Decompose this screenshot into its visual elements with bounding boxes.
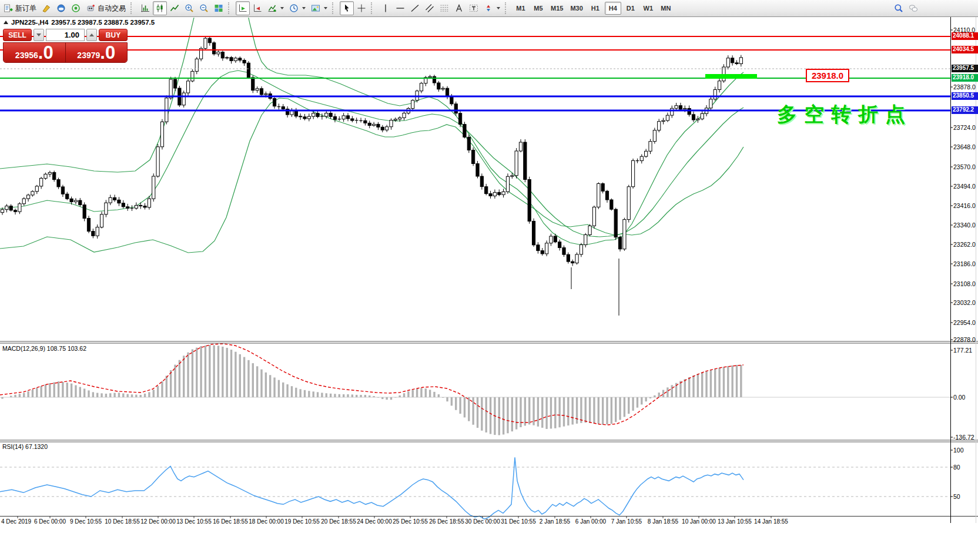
timeframe-button-W1[interactable]: W1 bbox=[640, 2, 657, 15]
buy-button[interactable]: BUY bbox=[99, 29, 128, 41]
buy-price-panel[interactable]: 23979.0 bbox=[66, 43, 128, 62]
new-order-icon bbox=[4, 4, 13, 13]
one-click-trading-panel: SELL 1.00 BUY 23956.0 23979.0 bbox=[3, 29, 128, 63]
symbol-period-label: JPN225-,H4 bbox=[11, 19, 48, 26]
rsi-line bbox=[0, 457, 743, 519]
clock-icon bbox=[289, 4, 299, 13]
macd-histogram bbox=[2, 345, 741, 435]
toolbar: 新订单 自动交易 bbox=[0, 0, 978, 17]
auto-scroll-button[interactable] bbox=[236, 1, 250, 15]
collapse-trade-panel-icon[interactable] bbox=[4, 21, 8, 24]
tile-windows-button[interactable] bbox=[212, 1, 226, 15]
vertical-line-button[interactable] bbox=[379, 1, 393, 15]
horizontal-line-button[interactable] bbox=[393, 1, 407, 15]
timeframe-button-M5[interactable]: M5 bbox=[530, 2, 547, 15]
market-watch-button[interactable] bbox=[54, 1, 68, 15]
sell-price-main: 23956 bbox=[15, 49, 38, 62]
new-order-button[interactable]: 新订单 bbox=[1, 1, 39, 15]
text-a-icon bbox=[454, 4, 464, 13]
zoom-in-icon bbox=[185, 4, 194, 13]
chevron-down-icon bbox=[324, 7, 327, 9]
fib-icon bbox=[440, 4, 449, 13]
rsi-indicator-label: RSI(14) 67.1320 bbox=[2, 443, 48, 450]
price-callout-label[interactable]: 23918.0 bbox=[806, 69, 849, 82]
chart-canvas[interactable] bbox=[0, 0, 978, 560]
equidistant-channel-button[interactable] bbox=[423, 1, 437, 15]
volume-decrease-button[interactable] bbox=[34, 29, 44, 41]
mt4-window: 新订单 自动交易 bbox=[0, 0, 978, 560]
line-chart-button[interactable] bbox=[168, 1, 182, 15]
crosshair-icon bbox=[357, 4, 366, 13]
macd-signal-line bbox=[0, 344, 743, 425]
toolbar-grip bbox=[130, 2, 136, 14]
arrows-button[interactable] bbox=[481, 1, 503, 15]
timeframe-button-MN[interactable]: MN bbox=[658, 2, 674, 15]
horizontal-line-icon bbox=[396, 4, 405, 13]
chat-icon bbox=[909, 4, 918, 13]
indicators-button[interactable] bbox=[265, 1, 286, 15]
toolbar-grip bbox=[371, 2, 376, 14]
macd-indicator-label: MACD(12,26,9) 108.75 103.62 bbox=[2, 345, 86, 352]
trendline-button[interactable] bbox=[408, 1, 422, 15]
periods-button[interactable] bbox=[287, 1, 308, 15]
profile-button[interactable] bbox=[39, 1, 53, 15]
auto-scroll-icon bbox=[238, 4, 247, 13]
chinese-annotation[interactable]: 多空转折点 bbox=[777, 101, 912, 128]
volume-increase-button[interactable] bbox=[86, 29, 97, 41]
candlestick-chart-button[interactable] bbox=[153, 1, 167, 15]
search-icon bbox=[894, 4, 903, 13]
candlestick-chart-icon bbox=[155, 4, 165, 13]
text-label-icon bbox=[469, 4, 478, 13]
zoom-in-button[interactable] bbox=[182, 1, 196, 15]
cursor-icon bbox=[342, 4, 351, 13]
fibonacci-button[interactable] bbox=[437, 1, 451, 15]
toolbar-grip bbox=[228, 2, 233, 14]
zoom-out-button[interactable] bbox=[197, 1, 211, 15]
bar-chart-button[interactable] bbox=[138, 1, 152, 15]
volume-field[interactable]: 1.00 bbox=[46, 29, 85, 41]
cursor-button[interactable] bbox=[340, 1, 354, 15]
timeframe-button-M1[interactable]: M1 bbox=[513, 2, 529, 15]
templates-button[interactable] bbox=[309, 1, 330, 15]
crosshair-button[interactable] bbox=[354, 1, 369, 15]
buy-price-frac: .0 bbox=[100, 44, 115, 62]
signal-icon bbox=[71, 4, 81, 13]
timeframe-button-M30[interactable]: M30 bbox=[567, 2, 585, 15]
highlight-segment[interactable] bbox=[705, 74, 757, 79]
timeframe-button-M15[interactable]: M15 bbox=[548, 2, 566, 15]
channel-icon bbox=[425, 4, 434, 13]
search-button[interactable] bbox=[892, 1, 906, 15]
autotrading-button[interactable]: 自动交易 bbox=[83, 1, 128, 15]
autotrading-label: 自动交易 bbox=[98, 4, 126, 14]
buy-price-main: 23979 bbox=[77, 49, 100, 62]
chart-shift-icon bbox=[253, 4, 262, 13]
tile-windows-icon bbox=[214, 4, 223, 13]
gold-quill-icon bbox=[42, 4, 51, 13]
text-button[interactable] bbox=[452, 1, 466, 15]
sell-price-panel[interactable]: 23956.0 bbox=[4, 43, 66, 62]
toolbar-grip bbox=[332, 2, 337, 14]
timeframe-button-H1[interactable]: H1 bbox=[587, 2, 604, 15]
vertical-line-icon bbox=[381, 4, 390, 13]
line-chart-icon bbox=[170, 4, 179, 13]
timeframe-button-H4[interactable]: H4 bbox=[605, 2, 621, 15]
chart-shift-button[interactable] bbox=[250, 1, 264, 15]
signals-button[interactable] bbox=[69, 1, 83, 15]
template-icon bbox=[311, 4, 320, 13]
robot-icon bbox=[86, 4, 95, 13]
chat-button[interactable] bbox=[906, 1, 920, 15]
chart-title: JPN225-,H4 23957.5 23987.5 23887.5 23957… bbox=[4, 19, 155, 26]
arrow-down-icon bbox=[36, 33, 41, 36]
arrows-icon bbox=[484, 4, 493, 13]
chevron-down-icon bbox=[302, 7, 306, 9]
arrow-up-icon bbox=[89, 33, 94, 36]
timeframe-button-D1[interactable]: D1 bbox=[622, 2, 639, 15]
globe-icon bbox=[56, 4, 66, 13]
trendline-icon bbox=[410, 4, 420, 13]
sell-button[interactable]: SELL bbox=[3, 29, 32, 41]
timeframe-group: M1M5M15M30H1H4D1W1MN bbox=[513, 2, 674, 15]
new-order-label: 新订单 bbox=[15, 4, 36, 14]
ohlc-values: 23957.5 23987.5 23887.5 23957.5 bbox=[51, 19, 155, 26]
chevron-down-icon bbox=[497, 7, 500, 9]
text-label-button[interactable] bbox=[467, 1, 481, 15]
